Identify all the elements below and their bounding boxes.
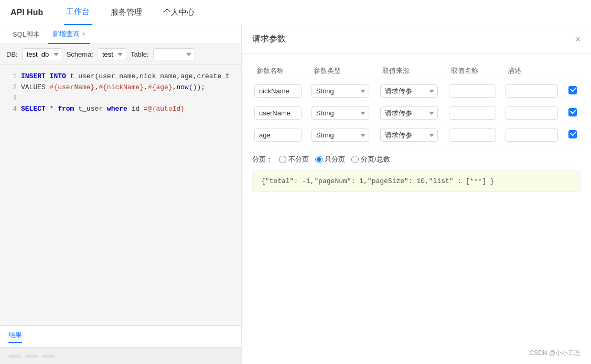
param-type-select-1[interactable]: String	[311, 84, 369, 98]
pagination-none-radio[interactable]	[279, 156, 286, 163]
code-editor[interactable]: 1 INSERT INTO t_user(user_name,nick_name…	[0, 65, 241, 325]
dialog-footer: CSDN @小小工匠	[529, 349, 581, 358]
code-line-2: 2 VALUES #{userName},#{nickName},#{age},…	[8, 82, 233, 93]
param-enabled-checkbox-1[interactable]	[568, 86, 577, 94]
preview-box: {"total": -1,"pageNum": 1,"pageSize": 10…	[252, 170, 581, 192]
bottom-btn-1[interactable]	[8, 355, 21, 358]
param-source-select-3[interactable]: 请求传参	[380, 129, 438, 142]
param-name-input-2[interactable]	[254, 106, 302, 120]
preview-text: {"total": -1,"pageNum": 1,"pageSize": 10…	[261, 177, 495, 185]
pagination-only-label: 只分页	[325, 155, 345, 164]
param-type-select-2[interactable]: String	[311, 106, 369, 120]
top-navigation: API Hub 工作台 服务管理 个人中心	[0, 0, 591, 25]
table-select[interactable]	[153, 48, 195, 60]
param-name-input-3[interactable]	[254, 129, 302, 142]
schema-label: Schema:	[67, 50, 93, 58]
col-header-desc: 描述	[503, 62, 566, 80]
db-label: DB:	[6, 50, 18, 58]
pagination-only-option[interactable]: 只分页	[315, 155, 345, 164]
dialog-body: 参数名称 参数类型 取值来源 取值名称 描述 String	[242, 53, 591, 364]
code-line-1: 1 INSERT INTO t_user(user_name,nick_name…	[8, 71, 233, 82]
nav-item-service[interactable]: 服务管理	[109, 0, 144, 25]
main-area: SQL脚本 新增查询 × DB: test_db Schema: test Ta…	[0, 25, 591, 364]
footer-text: CSDN @小小工匠	[529, 349, 581, 357]
code-line-3: 3	[8, 93, 233, 104]
table-label: Table:	[131, 50, 149, 58]
dialog-title: 请求参数	[252, 34, 286, 45]
param-desc-input-2[interactable]	[506, 106, 558, 120]
pagination-none-label: 不分页	[288, 155, 309, 164]
pagination-total-radio[interactable]	[351, 156, 359, 163]
col-header-name: 参数名称	[252, 62, 309, 80]
param-value-name-input-3[interactable]	[449, 129, 496, 142]
bottom-btn-2[interactable]	[25, 355, 38, 358]
bottom-btn-3[interactable]	[42, 355, 55, 358]
pagination-only-radio[interactable]	[315, 156, 323, 163]
pagination-label: 分页：	[252, 155, 273, 164]
param-enabled-checkbox-2[interactable]	[568, 108, 577, 116]
param-type-select-3[interactable]: String	[311, 129, 369, 142]
table-row: String 请求传参	[252, 80, 581, 102]
nav-item-profile[interactable]: 个人中心	[161, 0, 197, 25]
pagination-total-option[interactable]: 分页/总数	[351, 155, 390, 164]
col-header-type: 参数类型	[309, 62, 378, 80]
dialog-close-button[interactable]: ×	[575, 35, 581, 44]
results-section: 结果	[0, 325, 241, 347]
tab-bar: SQL脚本 新增查询 ×	[0, 25, 241, 44]
pagination-total-label: 分页/总数	[361, 155, 390, 164]
tab-close-icon[interactable]: ×	[82, 30, 85, 38]
bottom-bar	[0, 347, 241, 364]
param-value-name-input-1[interactable]	[449, 84, 496, 98]
results-label: 结果	[8, 330, 22, 343]
param-desc-input-3[interactable]	[506, 129, 558, 142]
nav-item-workbench[interactable]: 工作台	[64, 0, 92, 25]
db-select[interactable]: test_db	[22, 48, 62, 60]
code-line-4: 4 SELECT * from t_user where id =@{autoI…	[8, 104, 233, 115]
schema-select[interactable]: test	[98, 48, 126, 60]
tab-sql-script[interactable]: SQL脚本	[8, 25, 44, 44]
col-header-enabled	[566, 62, 581, 80]
params-table: 参数名称 参数类型 取值来源 取值名称 描述 String	[252, 62, 581, 146]
dialog-header: 请求参数 ×	[242, 25, 591, 53]
request-params-dialog: 请求参数 × 参数名称 参数类型 取值来源 取值名称 描述	[241, 25, 591, 364]
tab-new-query[interactable]: 新增查询 ×	[48, 25, 90, 44]
pagination-none-option[interactable]: 不分页	[279, 155, 309, 164]
col-header-source: 取值来源	[378, 62, 447, 80]
nav-logo: API Hub	[10, 8, 43, 17]
param-source-select-1[interactable]: 请求传参	[380, 84, 438, 98]
editor-toolbar: DB: test_db Schema: test Table:	[0, 44, 241, 65]
param-name-input-1[interactable]	[254, 84, 302, 98]
param-enabled-checkbox-3[interactable]	[568, 130, 577, 138]
param-value-name-input-2[interactable]	[449, 106, 496, 120]
col-header-value-name: 取值名称	[447, 62, 504, 80]
param-desc-input-1[interactable]	[506, 84, 558, 98]
param-source-select-2[interactable]: 请求传参	[380, 106, 438, 120]
table-row: String 请求传参	[252, 124, 581, 146]
table-row: String 请求传参	[252, 102, 581, 124]
left-panel: SQL脚本 新增查询 × DB: test_db Schema: test Ta…	[0, 25, 241, 364]
pagination-section: 分页： 不分页 只分页 分页/总数	[252, 155, 581, 164]
